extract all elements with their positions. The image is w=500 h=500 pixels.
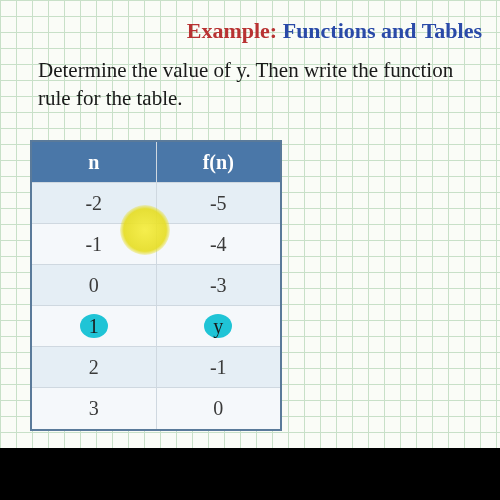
cell-fn: -4 bbox=[157, 224, 281, 264]
header-fn: f(n) bbox=[157, 142, 281, 182]
table-row: 0 -3 bbox=[32, 265, 280, 306]
cell-n-highlighted: 1 bbox=[32, 306, 157, 346]
cell-n: -2 bbox=[32, 183, 157, 223]
cell-n: 3 bbox=[32, 388, 157, 429]
instruction-text: Determine the value of y. Then write the… bbox=[38, 56, 490, 113]
hl-y-value: y bbox=[213, 315, 223, 338]
table-row-highlighted: 1 y bbox=[32, 306, 280, 347]
table-row: 3 0 bbox=[32, 388, 280, 429]
table-row: -1 -4 bbox=[32, 224, 280, 265]
cell-fn: -1 bbox=[157, 347, 281, 387]
cell-fn: 0 bbox=[157, 388, 281, 429]
function-table: n f(n) -2 -5 -1 -4 0 -3 1 y 2 -1 3 0 bbox=[30, 140, 282, 431]
highlight-oval-n: 1 bbox=[80, 314, 108, 338]
cell-fn: -3 bbox=[157, 265, 281, 305]
header-n: n bbox=[32, 142, 157, 182]
cell-n: -1 bbox=[32, 224, 157, 264]
table-row: 2 -1 bbox=[32, 347, 280, 388]
cell-n: 2 bbox=[32, 347, 157, 387]
title-subject: Functions and Tables bbox=[283, 18, 482, 43]
highlight-oval-y: y bbox=[204, 314, 232, 338]
title-subject-text: Functions and Tables bbox=[283, 18, 482, 43]
cell-n: 0 bbox=[32, 265, 157, 305]
cell-fn: -5 bbox=[157, 183, 281, 223]
hl-n-value: 1 bbox=[89, 315, 99, 338]
table-header-row: n f(n) bbox=[32, 142, 280, 183]
table-row: -2 -5 bbox=[32, 183, 280, 224]
cell-fn-highlighted: y bbox=[157, 306, 281, 346]
letterbox-bottom bbox=[0, 448, 500, 500]
title-example-label: Example: bbox=[187, 18, 277, 43]
page-title: Example: Functions and Tables bbox=[187, 18, 482, 44]
